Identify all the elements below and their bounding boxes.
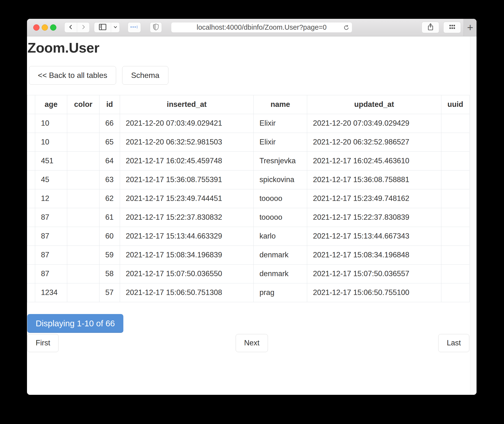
table-cell-color: [67, 170, 99, 189]
table-cell-uuid: [441, 170, 470, 189]
column-header-name: name: [254, 95, 307, 114]
toggle-sidebar-button[interactable]: [94, 22, 111, 32]
table-cell-gutter: [27, 264, 35, 283]
table-cell-age: 451: [35, 151, 67, 170]
column-header-updated-at: updated_at: [307, 95, 441, 114]
table-cell-uuid: [441, 246, 470, 264]
table-cell-name: denmark: [254, 246, 307, 264]
sidebar-icon: [98, 23, 107, 32]
table-cell-age: 87: [35, 227, 67, 246]
table-cell-color: [67, 283, 99, 302]
table-row: 87 59 2021-12-17 15:08:34.196839 denmark…: [27, 246, 470, 264]
table-cell-inserted-at: 2021-12-17 15:08:34.196839: [120, 246, 254, 264]
table-cell-inserted-at: 2021-12-20 07:03:49.029421: [120, 114, 254, 133]
share-button[interactable]: [422, 22, 439, 33]
table-cell-updated-at: 2021-12-20 06:32:52.986527: [307, 133, 441, 151]
table-row: 1234 57 2021-12-17 15:06:50.751308 prag …: [27, 283, 470, 302]
table-cell-age: 87: [35, 246, 67, 264]
table-cell-uuid: [441, 264, 470, 283]
table-cell-uuid: [441, 208, 470, 227]
extensions-button[interactable]: [128, 22, 141, 33]
table-cell-gutter: [27, 208, 35, 227]
share-icon: [427, 23, 434, 32]
column-header-inserted-at: inserted_at: [120, 95, 254, 114]
table-cell-gutter: [27, 283, 35, 302]
column-header-color: color: [67, 95, 99, 114]
table-cell-name: Elixir: [254, 133, 307, 151]
sidebar-dropdown-button[interactable]: [111, 22, 119, 32]
table-header-gutter: [27, 95, 35, 114]
table-cell-updated-at: 2021-12-17 15:06:50.755100: [307, 283, 441, 302]
table-row: 87 60 2021-12-17 15:13:44.663329 karlo 2…: [27, 227, 470, 246]
table-cell-inserted-at: 2021-12-17 15:36:08.755391: [120, 170, 254, 189]
table-cell-gutter: [27, 133, 35, 151]
table-cell-uuid: [441, 114, 470, 133]
history-nav: [64, 22, 90, 33]
table-cell-id: 60: [99, 227, 120, 246]
page-content: Zoom.User << Back to all tables Schema a…: [27, 36, 477, 395]
forward-button[interactable]: [77, 22, 89, 32]
table-cell-age: 45: [35, 170, 67, 189]
close-window-button[interactable]: [33, 24, 40, 31]
table-cell-updated-at: 2021-12-17 15:13:44.667343: [307, 227, 441, 246]
table-cell-inserted-at: 2021-12-17 15:13:44.663329: [120, 227, 254, 246]
back-to-all-tables-button[interactable]: << Back to all tables: [29, 66, 116, 85]
table-cell-name: tooooo: [254, 189, 307, 208]
table-cell-gutter: [27, 151, 35, 170]
table-cell-color: [67, 114, 99, 133]
vertical-scrollbar[interactable]: [470, 36, 477, 395]
plus-icon: +: [467, 21, 473, 34]
table-cell-age: 87: [35, 208, 67, 227]
table-cell-id: 66: [99, 114, 120, 133]
table-cell-color: [67, 189, 99, 208]
next-page-button[interactable]: Next: [236, 334, 268, 352]
table-cell-inserted-at: 2021-12-17 16:02:45.459748: [120, 151, 254, 170]
table-cell-inserted-at: 2021-12-17 15:23:49.744451: [120, 189, 254, 208]
table-cell-updated-at: 2021-12-20 07:03:49.029429: [307, 114, 441, 133]
chevron-left-icon: [68, 24, 74, 31]
status-badge: Displaying 1-10 of 66: [27, 314, 123, 333]
browser-window: localhost:4000/dbinfo/Zoom.User?page=0: [27, 19, 477, 395]
table-cell-name: tooooo: [254, 208, 307, 227]
table-cell-updated-at: 2021-12-17 16:02:45.463610: [307, 151, 441, 170]
last-page-button[interactable]: Last: [438, 334, 469, 352]
table-cell-id: 61: [99, 208, 120, 227]
table-cell-name: prag: [254, 283, 307, 302]
reload-icon[interactable]: [343, 24, 350, 33]
table-cell-age: 12: [35, 189, 67, 208]
minimize-window-button[interactable]: [42, 24, 48, 31]
tab-overview-button[interactable]: [443, 22, 461, 33]
three-dots-cursor-icon: [130, 25, 139, 30]
grid-icon: [448, 24, 456, 31]
table-cell-inserted-at: 2021-12-20 06:32:52.981503: [120, 133, 254, 151]
table-cell-color: [67, 208, 99, 227]
address-bar[interactable]: localhost:4000/dbinfo/Zoom.User?page=0: [171, 22, 352, 33]
privacy-shield-button[interactable]: [150, 22, 162, 33]
schema-button[interactable]: Schema: [122, 66, 168, 85]
table-cell-color: [67, 227, 99, 246]
table-row: 10 65 2021-12-20 06:32:52.981503 Elixir …: [27, 133, 470, 151]
table-cell-updated-at: 2021-12-17 15:22:37.830839: [307, 208, 441, 227]
table-cell-gutter: [27, 246, 35, 264]
table-cell-age: 1234: [35, 283, 67, 302]
table-cell-name: Tresnjevka: [254, 151, 307, 170]
table-row: 12 62 2021-12-17 15:23:49.744451 tooooo …: [27, 189, 470, 208]
sidebar-control: [94, 22, 120, 33]
table-cell-color: [67, 264, 99, 283]
first-page-button[interactable]: First: [27, 334, 59, 352]
table-cell-id: 59: [99, 246, 120, 264]
table-cell-color: [67, 246, 99, 264]
zoom-window-button[interactable]: [50, 24, 56, 31]
page-title: Zoom.User: [27, 36, 477, 56]
new-tab-button[interactable]: +: [464, 19, 477, 36]
table-cell-gutter: [27, 114, 35, 133]
table-cell-updated-at: 2021-12-17 15:07:50.036557: [307, 264, 441, 283]
back-button[interactable]: [65, 22, 77, 32]
table-row: 10 66 2021-12-20 07:03:49.029421 Elixir …: [27, 114, 470, 133]
table-cell-age: 87: [35, 264, 67, 283]
table-header-row: age color id inserted_at name updated_at…: [27, 95, 470, 114]
table-row: 45 63 2021-12-17 15:36:08.755391 spickov…: [27, 170, 470, 189]
window-controls: [33, 24, 56, 31]
column-header-uuid: uuid: [441, 95, 470, 114]
column-header-age: age: [35, 95, 67, 114]
